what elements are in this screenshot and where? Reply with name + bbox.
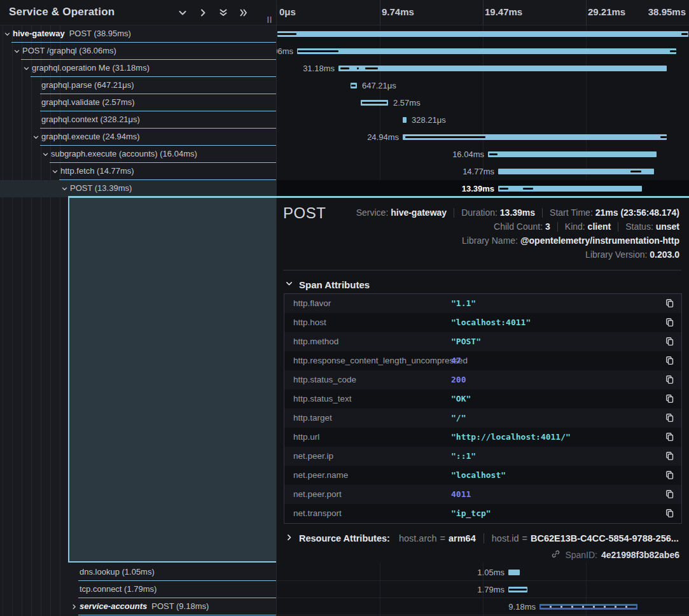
timeline-row: 647.21μs xyxy=(277,77,689,94)
copy-icon[interactable] xyxy=(665,318,675,328)
collapse-all-icon[interactable] xyxy=(218,7,229,18)
resource-key: host.id xyxy=(492,533,519,543)
copy-icon[interactable] xyxy=(665,451,675,461)
timeline-row: 328.21μs xyxy=(277,111,689,129)
span-duration-bar[interactable] xyxy=(277,31,688,37)
copy-icon[interactable] xyxy=(665,394,675,404)
child-span-tick xyxy=(405,136,485,138)
timeline-row: 2.57ms xyxy=(277,94,689,111)
chevron-right-icon xyxy=(285,531,299,545)
timeline-row: 36.06ms xyxy=(277,43,689,60)
chevron-down-icon[interactable] xyxy=(13,47,21,55)
axis-tick-label: 0μs xyxy=(279,6,296,17)
span-duration-bar[interactable] xyxy=(403,117,407,123)
meta-value: 13.39ms xyxy=(500,207,535,218)
timeline-row: 9.18ms xyxy=(277,598,689,615)
copy-icon[interactable] xyxy=(665,508,675,519)
copy-icon[interactable] xyxy=(665,337,675,347)
child-span-tick xyxy=(630,171,641,172)
chevron-down-icon[interactable] xyxy=(32,133,40,141)
span-name-label: graphql.execute (24.94ms) xyxy=(41,132,140,141)
span-tree-row[interactable]: graphql.operation Me (31.18ms) xyxy=(0,60,276,77)
resource-separator xyxy=(484,533,484,543)
child-span-tick xyxy=(351,85,356,87)
meta-label: Service: xyxy=(356,207,391,218)
attribute-value: "/" xyxy=(451,413,466,423)
span-tree-row[interactable]: hive-gatewayPOST (38.95ms) xyxy=(0,25,276,43)
child-span-tick xyxy=(298,50,338,52)
span-tree-row[interactable]: POST /graphql (36.06ms) xyxy=(0,43,276,60)
span-tree-row[interactable]: service-accountsPOST (9.18ms) xyxy=(0,598,276,615)
copy-icon[interactable] xyxy=(665,432,675,442)
span-duration-bar[interactable] xyxy=(498,169,654,174)
span-detail-panel: POST Service: hive-gatewayDuration: 13.3… xyxy=(277,198,689,563)
span-tree-row[interactable]: graphql.execute (24.94ms) xyxy=(0,129,276,146)
chevron-down-icon[interactable] xyxy=(60,185,69,193)
copy-icon[interactable] xyxy=(665,298,675,309)
meta-value: client xyxy=(588,221,611,232)
timeline-row: 24.94ms xyxy=(277,129,689,146)
copy-icon[interactable] xyxy=(665,470,675,480)
copy-icon[interactable] xyxy=(665,356,675,366)
copy-icon[interactable] xyxy=(665,489,675,500)
timeline-row: 31.18ms xyxy=(277,60,689,77)
span-duration-bar[interactable] xyxy=(361,100,388,106)
copy-icon[interactable] xyxy=(665,375,675,385)
span-duration-bar[interactable] xyxy=(488,151,657,157)
span-tree-row[interactable]: dns.lookup (1.05ms) xyxy=(0,564,276,581)
axis-gridline xyxy=(483,0,484,25)
child-span-tick xyxy=(277,33,296,35)
span-duration-bar[interactable] xyxy=(508,587,527,592)
chevron-right-icon[interactable] xyxy=(70,603,78,611)
span-duration-bar[interactable] xyxy=(539,604,637,610)
span-duration-bar[interactable] xyxy=(403,134,667,140)
attribute-value: "::1" xyxy=(451,451,476,461)
selected-span-left-block[interactable] xyxy=(68,198,276,563)
span-name-label: subgraph.execute (accounts) (16.04ms) xyxy=(51,149,197,158)
timeline-row: 14.77ms xyxy=(277,163,689,180)
child-span-tick xyxy=(365,67,378,69)
span-duration-bar[interactable] xyxy=(338,66,667,71)
meta-value: 21ms (23:56:48.174) xyxy=(595,207,679,218)
resource-attributes-row[interactable]: Resource Attributes: host.arch=arm64host… xyxy=(285,531,679,545)
attribute-value: 200 xyxy=(451,375,466,384)
span-duration-bar[interactable] xyxy=(351,83,357,88)
span-attributes-toggle[interactable]: Span Attributes xyxy=(285,279,370,290)
span-tree-row[interactable]: graphql.parse (647.21μs) xyxy=(0,77,276,94)
copy-icon[interactable] xyxy=(665,413,675,423)
attribute-value: 4011 xyxy=(451,489,471,499)
span-tree-row[interactable]: POST (13.39ms) xyxy=(0,180,276,197)
span-duration-label: 13.39ms xyxy=(462,184,494,193)
span-duration-bar[interactable] xyxy=(297,48,676,54)
span-tree-row[interactable]: graphql.validate (2.57ms) xyxy=(0,94,276,111)
span-duration-bar[interactable] xyxy=(508,570,520,575)
chevron-down-icon[interactable] xyxy=(41,150,50,158)
span-tree-row[interactable]: tcp.connect (1.79ms) xyxy=(0,581,276,598)
attribute-row: http.method"POST" xyxy=(284,332,681,351)
span-tree-row[interactable]: graphql.context (328.21μs) xyxy=(0,111,276,129)
collapse-one-icon[interactable] xyxy=(177,7,188,18)
child-span-tick xyxy=(509,589,527,591)
link-icon[interactable] xyxy=(551,549,565,561)
span-duration-bar[interactable] xyxy=(498,186,642,192)
attribute-key: net.peer.name xyxy=(293,470,348,480)
detail-meta-line: Library Version: 0.203.0 xyxy=(356,248,679,262)
expand-all-icon[interactable] xyxy=(238,7,249,18)
meta-separator xyxy=(454,208,454,218)
meta-label: Kind: xyxy=(565,221,588,232)
span-tree-row[interactable]: subgraph.execute (accounts) (16.04ms) xyxy=(0,146,276,163)
column-resize-handle[interactable]: || xyxy=(267,15,272,23)
child-span-tick xyxy=(681,33,688,35)
attribute-key: net.transport xyxy=(293,508,342,518)
expand-one-icon[interactable] xyxy=(197,7,209,18)
chevron-down-icon xyxy=(285,279,293,290)
attribute-key: net.peer.ip xyxy=(293,451,333,461)
meta-separator xyxy=(542,208,543,218)
span-duration-label: 328.21μs xyxy=(412,115,446,125)
attribute-value: "ip_tcp" xyxy=(451,508,491,518)
chevron-down-icon[interactable] xyxy=(22,64,31,73)
meta-value: @opentelemetry/instrumentation-http xyxy=(520,235,679,246)
span-tree-row[interactable]: http.fetch (14.77ms) xyxy=(0,163,276,180)
chevron-down-icon[interactable] xyxy=(3,30,11,38)
chevron-down-icon[interactable] xyxy=(51,167,59,176)
